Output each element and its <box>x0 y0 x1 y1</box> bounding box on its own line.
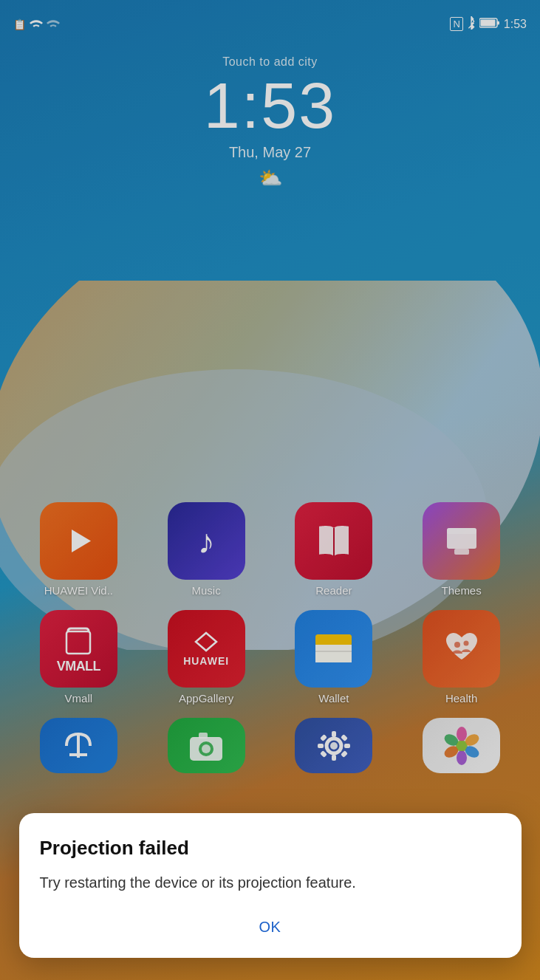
dialog-message: Try restarting the device or its project… <box>40 871 501 894</box>
dialog-overlay: Projection failed Try restarting the dev… <box>0 0 540 980</box>
dialog-title: Projection failed <box>40 837 501 860</box>
dialog-ok-button[interactable]: OK <box>230 914 311 940</box>
dialog-buttons: OK <box>40 914 501 940</box>
projection-failed-dialog: Projection failed Try restarting the dev… <box>19 813 522 958</box>
